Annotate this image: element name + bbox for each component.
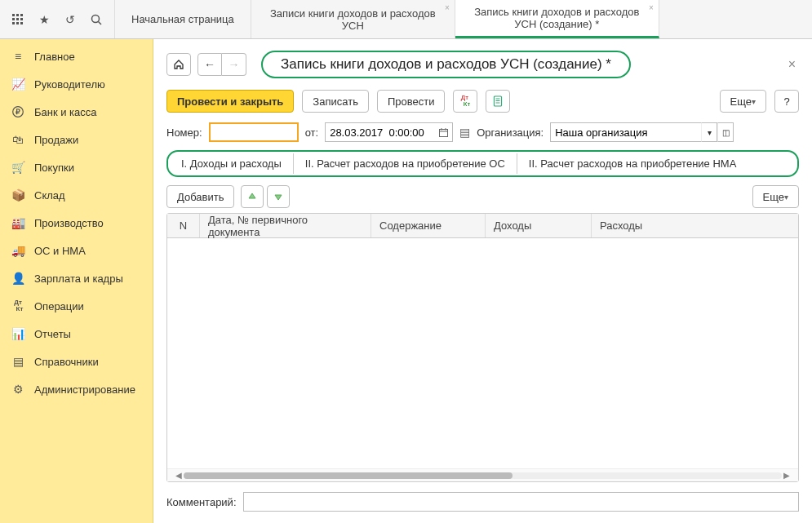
sidebar-item-purchases[interactable]: 🛒 Покупки: [0, 153, 153, 181]
tab-home[interactable]: Начальная страница: [115, 0, 251, 38]
star-icon[interactable]: ★: [38, 13, 51, 26]
apps-icon[interactable]: [11, 13, 24, 26]
truck-icon: 🚚: [11, 244, 24, 257]
dtkt-icon: ДтКт: [11, 299, 24, 312]
svg-text:₽: ₽: [16, 108, 20, 116]
title-row: ← → Запись книги доходов и расходов УСН …: [166, 51, 799, 78]
list-icon[interactable]: ▤: [459, 126, 470, 138]
sidebar-item-hr[interactable]: 👤 Зарплата и кадры: [0, 264, 153, 292]
svg-rect-4: [16, 18, 19, 20]
svg-rect-8: [20, 22, 23, 24]
svg-rect-17: [440, 129, 448, 136]
scroll-right-icon[interactable]: ▶: [782, 471, 790, 480]
number-input[interactable]: [209, 122, 299, 142]
dtkt-button[interactable]: ДтКт: [453, 90, 477, 113]
close-page-button[interactable]: ×: [785, 57, 799, 72]
move-up-button[interactable]: [241, 185, 264, 208]
scroll-thumb[interactable]: [184, 472, 512, 479]
col-date-doc[interactable]: Дата, № первичного документа: [200, 214, 371, 237]
subtab-nma[interactable]: II. Расчет расходов на приобретение НМА: [517, 153, 748, 174]
menu-icon: ≡: [11, 50, 24, 63]
more-button[interactable]: Еще: [720, 90, 766, 113]
post-button[interactable]: Провести: [377, 90, 446, 113]
svg-rect-3: [12, 18, 15, 20]
sidebar-item-operations[interactable]: ДтКт Операции: [0, 292, 153, 320]
bag-icon: 🛍: [11, 133, 24, 146]
open-button[interactable]: ◫: [717, 122, 734, 142]
sidebar-item-sales[interactable]: 🛍 Продажи: [0, 126, 153, 153]
factory-icon: 🏭: [11, 216, 24, 229]
svg-rect-7: [16, 22, 19, 24]
box-icon: 📦: [11, 188, 24, 202]
bars-icon: 📊: [11, 327, 24, 340]
forward-button[interactable]: →: [222, 53, 246, 76]
sidebar-item-production[interactable]: 🏭 Производство: [0, 209, 153, 237]
subtab-income-expense[interactable]: I. Доходы и расходы: [170, 153, 294, 174]
add-button[interactable]: Добавить: [166, 185, 234, 208]
close-icon[interactable]: ×: [445, 3, 450, 12]
history-icon[interactable]: ↺: [64, 13, 77, 26]
sidebar-item-label: Зарплата и кадры: [34, 273, 123, 285]
gear-icon: ⚙: [11, 383, 24, 396]
scroll-track[interactable]: [184, 472, 782, 479]
sidebar-item-label: Продажи: [34, 134, 78, 146]
move-buttons: [241, 185, 290, 208]
sidebar-item-manager[interactable]: 📈 Руководителю: [0, 70, 153, 98]
col-content[interactable]: Содержание: [371, 214, 486, 237]
date-group: [325, 122, 453, 142]
nav-group: ← →: [197, 53, 246, 76]
sidebar-item-label: Администрирование: [34, 383, 135, 396]
move-down-button[interactable]: [267, 185, 290, 208]
sidebar-item-assets[interactable]: 🚚 ОС и НМА: [0, 237, 153, 264]
org-input[interactable]: [550, 122, 701, 142]
horizontal-scrollbar[interactable]: ◀ ▶: [167, 468, 798, 481]
person-icon: 👤: [11, 272, 24, 285]
tab-document[interactable]: Запись книги доходов и расходов УСН (соз…: [455, 0, 659, 38]
topbar-icons: ★ ↺: [0, 0, 115, 38]
attachments-button[interactable]: [486, 90, 510, 113]
form-row: Номер: от: ▤ Организация: ▾ ◫: [166, 122, 799, 142]
back-button[interactable]: ←: [197, 53, 222, 76]
table-body[interactable]: [167, 238, 798, 468]
sidebar-item-label: Покупки: [34, 162, 74, 174]
sidebar-item-admin[interactable]: ⚙ Администрирование: [0, 375, 153, 403]
col-n[interactable]: N: [167, 214, 200, 237]
comment-row: Комментарий:: [166, 492, 799, 512]
svg-rect-0: [12, 14, 15, 16]
sidebar-item-main[interactable]: ≡ Главное: [0, 42, 153, 70]
action-bar: Провести и закрыть Записать Провести ДтК…: [166, 90, 799, 113]
ruble-icon: ₽: [11, 105, 24, 118]
number-label: Номер:: [166, 126, 202, 139]
cart-icon: 🛒: [11, 161, 24, 174]
dropdown-button[interactable]: ▾: [701, 122, 717, 142]
save-button[interactable]: Записать: [302, 90, 369, 113]
post-and-close-button[interactable]: Провести и закрыть: [166, 90, 294, 113]
book-icon: ▤: [11, 355, 24, 368]
sidebar-item-warehouse[interactable]: 📦 Склад: [0, 181, 153, 209]
search-icon[interactable]: [90, 13, 103, 26]
col-income[interactable]: Доходы: [486, 214, 592, 237]
sidebar-item-reports[interactable]: 📊 Отчеты: [0, 320, 153, 348]
sidebar-item-label: Банк и касса: [34, 106, 97, 118]
col-expense[interactable]: Расходы: [592, 214, 798, 237]
svg-rect-5: [20, 18, 23, 20]
subtab-os[interactable]: II. Расчет расходов на приобретение ОС: [294, 153, 517, 174]
tab-list[interactable]: Записи книги доходов и расходов УСН ×: [251, 0, 455, 38]
sidebar-item-label: ОС и НМА: [34, 245, 86, 257]
help-button[interactable]: ?: [774, 90, 799, 113]
calendar-button[interactable]: [435, 122, 453, 142]
sidebar-item-catalogs[interactable]: ▤ Справочники: [0, 348, 153, 375]
home-button[interactable]: [166, 53, 191, 76]
tab-label: Записи книги доходов и расходов УСН: [268, 7, 438, 32]
sidebar-item-label: Производство: [34, 217, 104, 229]
table-more-button[interactable]: Еще: [752, 185, 799, 208]
comment-input[interactable]: [243, 492, 800, 512]
close-icon[interactable]: ×: [649, 3, 654, 12]
subtabs: I. Доходы и расходы II. Расчет расходов …: [166, 150, 799, 177]
scroll-left-icon[interactable]: ◀: [175, 471, 184, 480]
org-group: ▾ ◫: [550, 122, 734, 142]
date-label: от:: [305, 126, 319, 139]
date-input[interactable]: [325, 122, 435, 142]
content: ← → Запись книги доходов и расходов УСН …: [153, 39, 812, 523]
sidebar-item-bank[interactable]: ₽ Банк и касса: [0, 98, 153, 126]
